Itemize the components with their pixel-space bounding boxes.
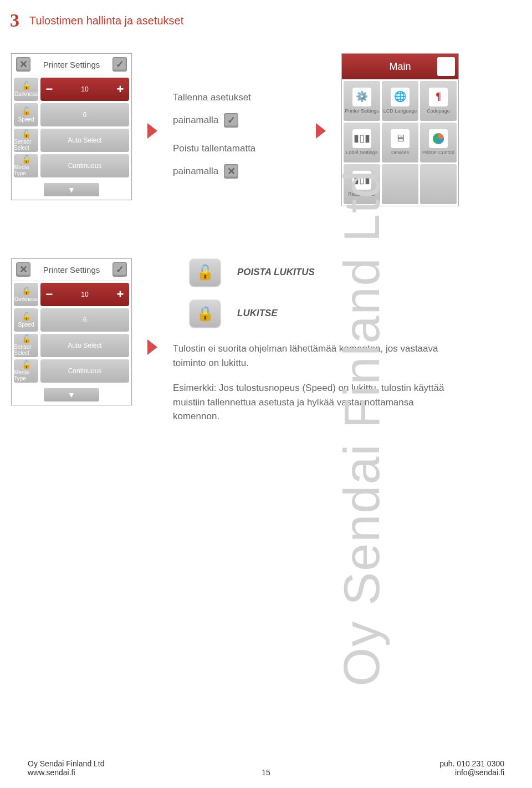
minus-icon[interactable]: − xyxy=(43,288,56,301)
devices-icon: 🖥 xyxy=(391,129,410,148)
printer-icon[interactable]: 🖨 xyxy=(437,57,455,76)
close-icon[interactable] xyxy=(16,262,30,277)
closed-lock-icon: 🔒 xyxy=(190,299,221,327)
setting-value[interactable]: Auto Select xyxy=(40,129,129,152)
setting-value[interactable]: Continuous xyxy=(40,154,129,177)
pie-chart-icon xyxy=(429,129,448,148)
save-icon[interactable] xyxy=(112,57,127,72)
menu-empty xyxy=(420,164,457,204)
setting-label: Sensor Select xyxy=(14,139,38,151)
setting-value[interactable]: Auto Select xyxy=(40,334,129,357)
menu-codepage[interactable]: ¶ Codepage xyxy=(420,81,457,121)
setting-value[interactable]: − 10 + xyxy=(40,78,129,101)
printer-settings-panel: Printer Settings 🔓 Darkness − 10 + 🔓 Spe… xyxy=(11,53,132,200)
footer-email: info@sendai.fi xyxy=(439,768,504,777)
setting-label: Darkness xyxy=(14,296,38,302)
footer-phone: puh. 010 231 0300 xyxy=(439,759,504,768)
plus-icon[interactable]: + xyxy=(114,83,127,96)
menu-devices[interactable]: 🖥 Devices xyxy=(382,123,418,162)
open-lock-icon: 🔓 xyxy=(22,312,31,321)
lock-label: LUKITSE xyxy=(237,308,278,319)
setting-row-darkness: 🔓 Darkness − 10 + xyxy=(14,78,129,101)
footer-url: www.sendai.fi xyxy=(28,768,105,777)
lock-button[interactable]: 🔓 Media Type xyxy=(14,359,38,383)
setting-label: Sensor Select xyxy=(14,344,38,356)
closed-lock-icon: 🔒 xyxy=(22,287,31,295)
arrow-right-icon xyxy=(316,123,326,139)
setting-value[interactable]: 6 xyxy=(40,103,129,126)
arrow-right-icon xyxy=(147,123,157,139)
lock-button[interactable]: 🔓 Media Type xyxy=(14,154,38,177)
setting-value[interactable]: 6 xyxy=(40,308,129,332)
minus-icon[interactable]: − xyxy=(43,83,56,96)
setting-value[interactable]: − 10 + xyxy=(40,283,129,306)
open-lock-icon: 🔓 xyxy=(22,360,31,369)
setting-row-sensor: 🔓 Sensor Select Auto Select xyxy=(14,129,129,152)
body-paragraph-2: Esimerkki: Jos tulostusnopeus (Speed) on… xyxy=(173,381,460,424)
menu-lcd-language[interactable]: 🌐 LCD Language xyxy=(382,81,418,121)
setting-label: Speed xyxy=(18,116,34,123)
page-footer: Oy Sendai Finland Ltd www.sendai.fi 15 p… xyxy=(28,759,504,777)
plus-icon[interactable]: + xyxy=(114,288,127,301)
setting-label: Media Type xyxy=(14,164,38,176)
setting-label: Darkness xyxy=(14,91,38,97)
panel-title: Printer Settings xyxy=(30,265,112,274)
save-icon xyxy=(224,113,238,128)
main-menu-header: Main 🖨 xyxy=(342,54,458,79)
unlock-label: POISTA LUKITUS xyxy=(237,267,315,278)
arrow-right-icon xyxy=(147,339,157,355)
setting-value[interactable]: Continuous xyxy=(40,359,129,383)
save-icon[interactable] xyxy=(112,262,127,277)
lock-button[interactable]: 🔓 Sensor Select xyxy=(14,334,38,357)
open-lock-icon: 🔓 xyxy=(22,130,31,138)
chapter-number: 3 xyxy=(10,10,19,31)
setting-row-darkness: 🔒 Darkness − 10 + xyxy=(14,283,129,306)
setting-row-speed: 🔓 Speed 6 xyxy=(14,308,129,332)
lock-button[interactable]: 🔒 Darkness xyxy=(14,283,38,306)
page-title: Tulostimen hallinta ja asetukset xyxy=(29,14,183,27)
close-icon xyxy=(224,164,238,179)
setting-row-media: 🔓 Media Type Continuous xyxy=(14,359,129,383)
lock-button[interactable]: 🔓 Darkness xyxy=(14,78,38,101)
barcode-icon: ▮▯▮ xyxy=(352,129,371,148)
setting-row-media: 🔓 Media Type Continuous xyxy=(14,154,129,177)
open-lock-icon: 🔓 xyxy=(22,82,31,90)
gear-icon: ⚙️ xyxy=(352,88,371,106)
setting-row-speed: 🔓 Speed 6 xyxy=(14,103,129,126)
watermark: Oy Sendai Finland Ltd xyxy=(334,169,391,687)
globe-icon: 🌐 xyxy=(391,88,410,106)
lock-button[interactable]: 🔓 Speed xyxy=(14,308,38,332)
lock-button[interactable]: 🔓 Sensor Select xyxy=(14,129,38,152)
page-header: 3 Tulostimen hallinta ja asetukset xyxy=(0,0,532,53)
open-lock-icon: 🔓 xyxy=(22,107,31,115)
code-icon: ¶ xyxy=(429,88,448,106)
close-icon[interactable] xyxy=(16,57,30,72)
menu-printer-control[interactable]: Printer Control xyxy=(420,123,457,162)
scroll-down-button[interactable]: ▼ xyxy=(44,183,99,196)
menu-label-settings[interactable]: ▮▯▮ Label Settings xyxy=(344,123,380,162)
open-lock-icon: 🔓 xyxy=(22,155,31,164)
lock-button[interactable]: 🔓 Speed xyxy=(14,103,38,126)
open-lock-icon: 🔓 xyxy=(190,258,221,286)
open-lock-icon: 🔓 xyxy=(22,335,31,343)
footer-company: Oy Sendai Finland Ltd xyxy=(28,759,105,768)
body-paragraph-1: Tulostin ei suorita ohjelman lähettämää … xyxy=(173,342,460,370)
page-number: 15 xyxy=(262,768,270,777)
scroll-down-button[interactable]: ▼ xyxy=(44,388,99,401)
menu-printer-settings[interactable]: ⚙️ Printer Settings xyxy=(344,81,380,121)
printer-settings-panel-locked: Printer Settings 🔒 Darkness − 10 + 🔓 Spe… xyxy=(11,258,132,405)
setting-row-sensor: 🔓 Sensor Select Auto Select xyxy=(14,334,129,357)
setting-label: Media Type xyxy=(14,369,38,382)
instruction-block: Tallenna asetukset painamalla Poistu tal… xyxy=(173,53,300,189)
panel-title: Printer Settings xyxy=(30,60,112,69)
setting-label: Speed xyxy=(18,322,34,328)
